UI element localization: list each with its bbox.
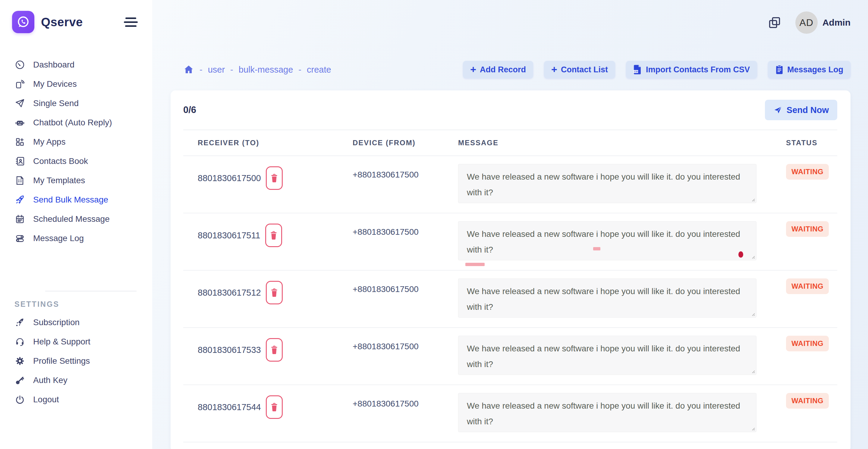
sidebar-toggle-icon[interactable] <box>124 17 138 27</box>
contact-list-label: Contact List <box>561 65 608 74</box>
copy-icon[interactable] <box>768 16 781 30</box>
avatar[interactable]: AD <box>795 11 818 34</box>
delete-row-button[interactable] <box>266 395 283 419</box>
address-book-icon <box>14 156 25 167</box>
sidebar-item-message-log[interactable]: Message Log <box>0 229 152 248</box>
gauge-icon <box>14 59 25 70</box>
sidebar-menu: Dashboard My Devices Single Send <box>0 55 152 248</box>
messages-log-button[interactable]: Messages Log <box>768 61 850 78</box>
send-now-label: Send Now <box>786 105 829 115</box>
resize-handle-icon[interactable] <box>751 312 755 316</box>
whatsapp-logo-icon <box>12 11 34 33</box>
trash-icon <box>270 345 278 354</box>
sidebar-item-label: Send Bulk Message <box>33 195 108 204</box>
message-textarea[interactable]: We have released a new software i hope y… <box>458 221 756 260</box>
receiver-number: 8801830617544 <box>198 395 261 412</box>
resize-handle-icon[interactable] <box>751 369 755 373</box>
sidebar-item-profile-settings[interactable]: Profile Settings <box>0 351 152 371</box>
topbar: AD Admin <box>170 0 850 45</box>
sidebar-item-my-apps[interactable]: My Apps <box>0 132 152 152</box>
progress-counter: 0/6 <box>183 104 196 116</box>
sidebar-item-auth-key[interactable]: Auth Key <box>0 371 152 390</box>
import-contacts-csv-button[interactable]: CSV Import Contacts From CSV <box>626 61 757 78</box>
sidebar-item-label: My Apps <box>33 137 65 147</box>
device-number: +8801830617500 <box>352 342 418 351</box>
delete-row-button[interactable] <box>266 281 283 304</box>
sidebar-item-logout[interactable]: Logout <box>0 390 152 409</box>
status-badge: WAITING <box>786 164 829 180</box>
toggles-icon <box>14 233 25 244</box>
sidebar-item-chatbot[interactable]: Chatbot (Auto Reply) <box>0 113 152 132</box>
sidebar-item-label: Auth Key <box>33 376 67 385</box>
delete-row-button[interactable] <box>266 338 283 362</box>
sidebar-item-scheduled-message[interactable]: Scheduled Message <box>0 210 152 229</box>
status-badge: WAITING <box>786 221 829 237</box>
main-content: AD Admin - user - bulk-message - create … <box>152 0 868 449</box>
resize-handle-icon[interactable] <box>751 255 755 259</box>
table-row: 8801830617512 +8801830617500 We have rel… <box>183 270 837 328</box>
breadcrumb-create[interactable]: create <box>307 65 331 75</box>
spellcheck-underline <box>465 263 485 266</box>
paper-plane-icon <box>14 98 25 109</box>
column-header-message: MESSAGE <box>458 139 763 147</box>
sidebar-item-contacts-book[interactable]: Contacts Book <box>0 152 152 171</box>
receiver-number: 8801830617533 <box>198 338 261 355</box>
sidebar-item-label: My Devices <box>33 79 77 89</box>
breadcrumb-bulk-message[interactable]: bulk-message <box>239 65 293 75</box>
breadcrumb-separator: - <box>299 65 301 75</box>
add-record-label: Add Record <box>480 65 526 74</box>
power-icon <box>14 394 25 405</box>
status-badge: WAITING <box>786 393 829 409</box>
user-name[interactable]: Admin <box>823 18 850 28</box>
sidebar-item-send-bulk-message[interactable]: Send Bulk Message <box>0 190 152 210</box>
card-header: 0/6 Send Now <box>183 90 837 130</box>
sidebar-divider <box>45 291 136 291</box>
spellcheck-dot-icon <box>738 251 743 258</box>
action-buttons: + Add Record + Contact List CSV Import C… <box>463 61 850 78</box>
trash-icon <box>270 288 278 297</box>
import-contacts-csv-label: Import Contacts From CSV <box>646 65 750 74</box>
sidebar-item-my-devices[interactable]: My Devices <box>0 74 152 94</box>
sidebar-item-label: Chatbot (Auto Reply) <box>33 118 112 127</box>
message-textarea[interactable]: We have released a new software i hope y… <box>458 393 756 432</box>
message-textarea[interactable]: We have released a new software i hope y… <box>458 164 756 203</box>
table-row: 8801830617511 +8801830617500 We have rel… <box>183 213 837 270</box>
resize-handle-icon[interactable] <box>751 426 755 430</box>
calendar-icon <box>14 214 25 224</box>
sidebar-item-label: Profile Settings <box>33 356 90 366</box>
add-record-button[interactable]: + Add Record <box>463 61 533 78</box>
settings-heading: SETTINGS <box>0 300 152 309</box>
message-textarea[interactable]: We have released a new software i hope y… <box>458 279 756 318</box>
device-signal-icon <box>14 78 25 90</box>
sidebar-item-single-send[interactable]: Single Send <box>0 94 152 113</box>
robot-icon <box>14 117 25 128</box>
sidebar-item-dashboard[interactable]: Dashboard <box>0 55 152 74</box>
breadcrumb-user[interactable]: user <box>208 65 225 75</box>
brand-logo[interactable]: Qserve <box>12 11 83 33</box>
sidebar-item-label: Help & Support <box>33 337 90 347</box>
sidebar-item-my-templates[interactable]: My Templates <box>0 171 152 190</box>
sidebar-item-label: Scheduled Message <box>33 214 110 224</box>
device-number: +8801830617500 <box>352 399 418 408</box>
device-number: +8801830617500 <box>352 285 418 294</box>
sidebar-item-label: Contacts Book <box>33 156 88 166</box>
spellcheck-underline <box>593 247 600 250</box>
headset-icon <box>14 336 25 347</box>
key-icon <box>14 375 25 386</box>
contact-list-button[interactable]: + Contact List <box>544 61 615 78</box>
send-now-button[interactable]: Send Now <box>765 100 837 120</box>
clipboard-icon <box>775 65 784 74</box>
delete-row-button[interactable] <box>265 224 282 247</box>
resize-handle-icon[interactable] <box>751 197 755 202</box>
home-icon[interactable] <box>183 64 194 75</box>
message-textarea[interactable]: We have released a new software i hope y… <box>458 336 756 375</box>
table-row: 8801830617544 +8801830617500 We have rel… <box>183 385 837 442</box>
device-number: +8801830617500 <box>352 170 418 179</box>
sidebar-item-label: Message Log <box>33 233 84 243</box>
sidebar-item-help-support[interactable]: Help & Support <box>0 332 152 351</box>
messages-log-label: Messages Log <box>787 65 843 74</box>
delete-row-button[interactable] <box>266 166 283 190</box>
sidebar-item-label: Dashboard <box>33 60 74 70</box>
sidebar-item-subscription[interactable]: Subscription <box>0 313 152 332</box>
brand-name: Qserve <box>41 15 83 29</box>
